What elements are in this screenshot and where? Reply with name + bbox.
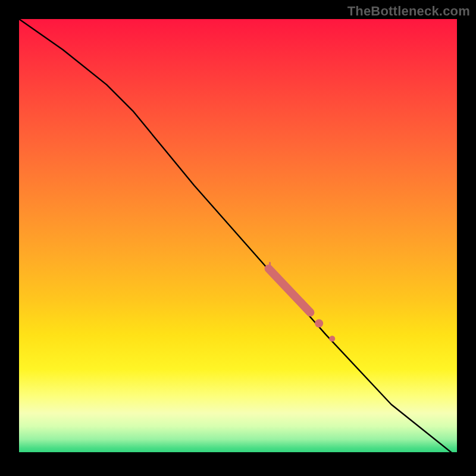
highlight-dot-2 <box>329 336 335 342</box>
bottom-black-bar <box>19 452 457 457</box>
highlight-dot-1 <box>315 320 323 328</box>
main-curve <box>19 19 457 457</box>
plot-area <box>19 19 457 457</box>
watermark-text: TheBottleneck.com <box>347 4 470 19</box>
chart-stage: TheBottleneck.com <box>0 0 476 476</box>
highlight-overlay <box>269 263 336 342</box>
line-layer <box>19 19 457 457</box>
highlight-segment <box>269 269 311 313</box>
